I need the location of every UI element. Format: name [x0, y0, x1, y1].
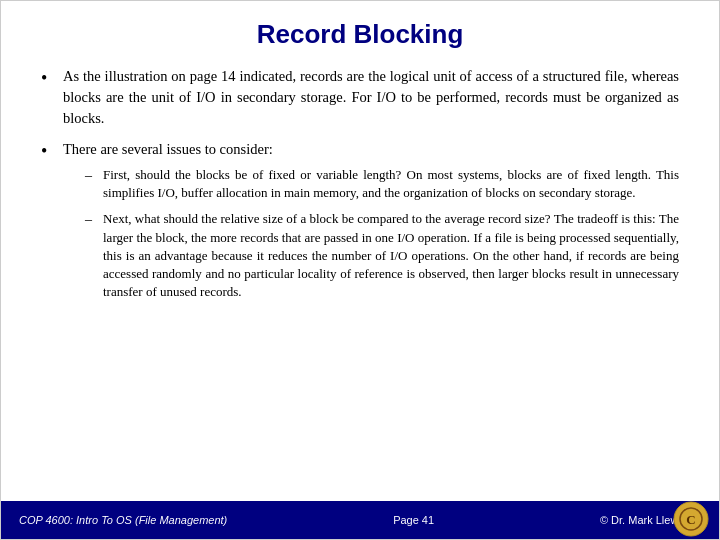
bullet-text-2: There are several issues to consider: [63, 141, 273, 157]
bullet-dot-1: • [41, 66, 59, 91]
bullet-item-2: • There are several issues to consider: … [41, 139, 679, 309]
bullet-section: • As the illustration on page 14 indicat… [41, 66, 679, 309]
sub-bullets: – First, should the blocks be of fixed o… [85, 166, 679, 301]
svg-text:C: C [686, 512, 695, 527]
sub-bullet-text-2: Next, what should the relative size of a… [103, 210, 679, 301]
bullet-text-1: As the illustration on page 14 indicated… [63, 66, 679, 129]
sub-bullet-item-2: – Next, what should the relative size of… [85, 210, 679, 301]
footer-left: COP 4600: Intro To OS (File Management) [19, 514, 227, 526]
footer-center: Page 41 [393, 514, 434, 526]
page-title: Record Blocking [41, 19, 679, 50]
sub-bullet-item-1: – First, should the blocks be of fixed o… [85, 166, 679, 202]
footer: COP 4600: Intro To OS (File Management) … [1, 501, 719, 539]
bullet-item-1: • As the illustration on page 14 indicat… [41, 66, 679, 129]
bullet-2-content: There are several issues to consider: – … [63, 139, 679, 309]
sub-bullet-dash-1: – [85, 166, 103, 186]
page-container: Record Blocking • As the illustration on… [0, 0, 720, 540]
sub-bullet-dash-2: – [85, 210, 103, 230]
sub-bullet-text-1: First, should the blocks be of fixed or … [103, 166, 679, 202]
main-content: Record Blocking • As the illustration on… [1, 1, 719, 501]
footer-logo-icon: C [673, 501, 709, 537]
bullet-dot-2: • [41, 139, 59, 164]
